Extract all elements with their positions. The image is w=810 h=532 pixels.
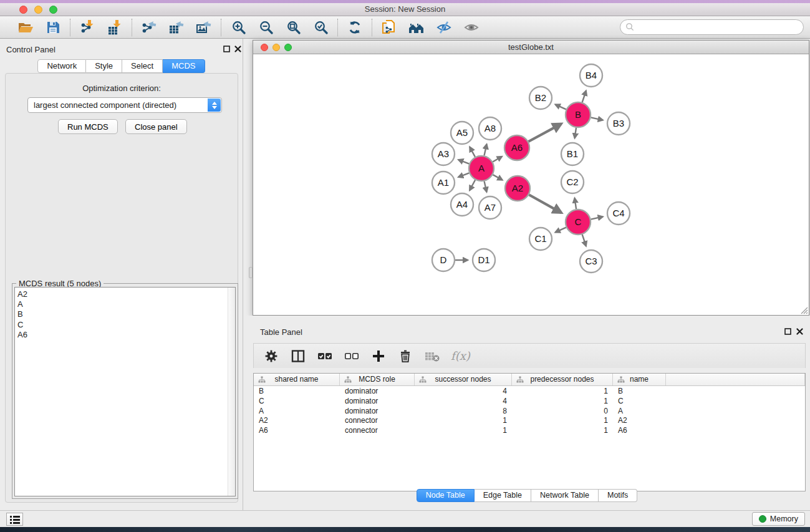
node-table[interactable]: shared nameMCDS rolesuccessor nodesprede…	[253, 373, 806, 491]
edge-C-C3[interactable]	[582, 235, 586, 246]
open-button[interactable]	[17, 19, 34, 36]
save-button[interactable]	[44, 19, 62, 36]
close-window-icon[interactable]	[19, 6, 27, 14]
edge-C-C2[interactable]	[575, 198, 576, 210]
column-header-name[interactable]: name	[613, 374, 666, 385]
node-A2[interactable]: A2	[505, 176, 530, 201]
export-table-button[interactable]	[168, 19, 185, 36]
column-header-shared-name[interactable]: shared name	[254, 374, 340, 385]
tab-mcds[interactable]: MCDS	[163, 59, 205, 73]
edge-B-B3[interactable]	[591, 117, 603, 120]
tab-node-table[interactable]: Node Table	[417, 489, 475, 502]
close-table-panel-icon[interactable]	[796, 328, 803, 335]
table-row[interactable]: Cdominator41C	[254, 396, 805, 406]
tab-network[interactable]: Network	[37, 59, 86, 73]
result-item[interactable]: A6	[17, 330, 235, 340]
edge-A-A7[interactable]	[485, 181, 487, 191]
table-row[interactable]: Adominator80A	[254, 406, 805, 416]
network-window-titlebar[interactable]: testGlobe.txt	[253, 41, 809, 54]
close-network-icon[interactable]	[261, 44, 268, 51]
node-A6[interactable]: A6	[504, 135, 529, 160]
column-header-MCDS-role[interactable]: MCDS role	[340, 374, 415, 385]
edge-A-A5[interactable]	[470, 147, 475, 157]
zoom-fit-button[interactable]	[284, 19, 302, 36]
node-B4[interactable]: B4	[580, 64, 602, 87]
tab-motifs[interactable]: Motifs	[599, 489, 637, 502]
tab-edge-table[interactable]: Edge Table	[475, 489, 531, 502]
maximize-network-icon[interactable]	[284, 44, 292, 51]
export-image-button[interactable]	[195, 19, 213, 36]
edge-A-A8[interactable]	[484, 144, 486, 155]
node-C4[interactable]: C4	[607, 202, 630, 225]
mcds-result-list[interactable]: A2ABCA6	[14, 287, 236, 496]
criterion-select[interactable]: largest connected component (directed)	[27, 97, 222, 113]
clone-network-button[interactable]	[380, 19, 398, 36]
import-table-button[interactable]	[106, 19, 123, 36]
network-graph[interactable]: B4B2BB3A5A8A6A3B1AC2A1A2A4A7C4CC1DD1C3	[253, 54, 809, 315]
node-A8[interactable]: A8	[479, 117, 501, 140]
table-row[interactable]: Bdominator41B	[254, 386, 805, 396]
node-C2[interactable]: C2	[561, 171, 584, 193]
refresh-button[interactable]	[346, 19, 364, 36]
table-row[interactable]: A2connector11A2	[254, 415, 805, 425]
add-column-button[interactable]	[370, 348, 387, 364]
run-mcds-button[interactable]: Run MCDS	[58, 119, 118, 134]
node-A4[interactable]: A4	[451, 193, 473, 216]
result-item[interactable]: A2	[17, 289, 235, 299]
edge-B-B4[interactable]	[582, 91, 586, 103]
node-A[interactable]: A	[469, 156, 494, 181]
edge-A-A3[interactable]	[458, 160, 469, 163]
node-B2[interactable]: B2	[529, 87, 552, 109]
column-header-predecessor-nodes[interactable]: predecessor nodes	[512, 374, 613, 385]
zoom-selected-button[interactable]	[312, 19, 329, 36]
node-D[interactable]: D	[432, 249, 455, 271]
vertical-splitter-handle[interactable]	[249, 267, 253, 278]
edge-C-C1[interactable]	[556, 228, 566, 233]
edge-A-A1[interactable]	[458, 173, 469, 177]
node-B[interactable]: B	[566, 102, 591, 127]
minimize-window-icon[interactable]	[34, 6, 42, 14]
hide-details-button[interactable]	[435, 19, 453, 36]
result-scrollbar[interactable]	[228, 288, 235, 496]
node-A7[interactable]: A7	[479, 196, 501, 219]
edge-A-A4[interactable]	[470, 180, 475, 191]
node-C1[interactable]: C1	[529, 228, 552, 250]
float-table-panel-icon[interactable]	[784, 328, 791, 335]
node-B3[interactable]: B3	[607, 112, 630, 135]
import-network-button[interactable]	[79, 19, 96, 36]
zoom-in-button[interactable]	[229, 19, 247, 36]
result-item[interactable]: A	[17, 299, 235, 309]
edge-A6-B[interactable]	[528, 124, 561, 142]
node-A5[interactable]: A5	[451, 122, 473, 144]
column-view-button[interactable]	[290, 348, 306, 364]
node-A3[interactable]: A3	[432, 143, 455, 165]
search-input[interactable]	[635, 21, 803, 34]
node-C[interactable]: C	[566, 210, 591, 235]
node-A1[interactable]: A1	[432, 172, 455, 194]
tab-style[interactable]: Style	[86, 59, 122, 73]
search-box[interactable]	[620, 19, 804, 35]
table-row[interactable]: A6connector11A6	[254, 425, 805, 435]
maximize-window-icon[interactable]	[49, 6, 57, 14]
resize-grip-icon[interactable]	[799, 306, 808, 314]
close-panel-icon[interactable]	[234, 46, 241, 52]
edge-B-B1[interactable]	[575, 128, 576, 138]
minimize-network-icon[interactable]	[272, 44, 280, 51]
network-canvas[interactable]: B4B2BB3A5A8A6A3B1AC2A1A2A4A7C4CC1DD1C3	[253, 54, 809, 315]
zoom-out-button[interactable]	[257, 19, 274, 36]
delete-table-button[interactable]	[424, 348, 440, 364]
memory-button[interactable]: Memory	[752, 512, 805, 526]
edge-C-C4[interactable]	[591, 216, 603, 219]
edge-A2-C[interactable]	[529, 195, 561, 213]
result-item[interactable]: B	[17, 309, 235, 319]
deselect-all-button[interactable]	[344, 348, 360, 364]
node-C3[interactable]: C3	[580, 250, 602, 273]
edge-A-A2[interactable]	[493, 175, 502, 180]
select-all-button[interactable]	[317, 348, 333, 364]
home-button[interactable]	[408, 19, 425, 36]
gear-button[interactable]	[263, 348, 279, 364]
export-network-button[interactable]	[140, 19, 158, 36]
delete-column-button[interactable]	[397, 348, 413, 364]
tab-select[interactable]: Select	[122, 59, 163, 73]
edge-A-A6[interactable]	[493, 157, 502, 162]
